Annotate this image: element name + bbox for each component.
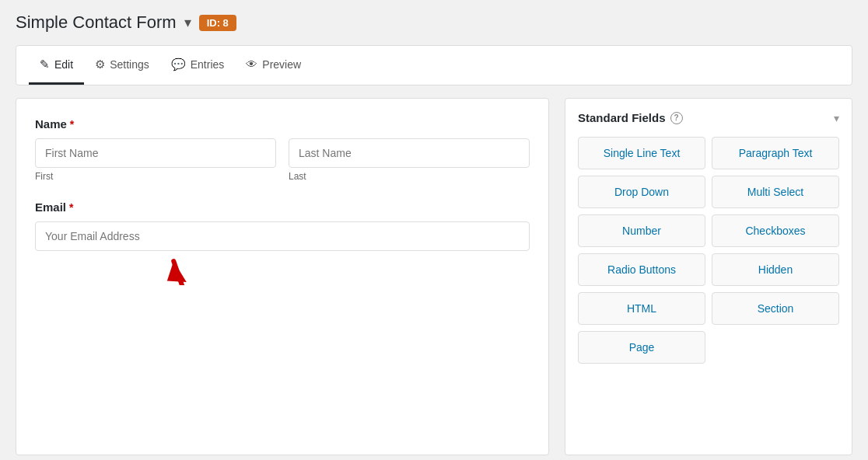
- last-name-wrapper: Last: [289, 138, 530, 182]
- number-button[interactable]: Number: [578, 214, 705, 247]
- page-title: Simple Contact Form: [16, 12, 177, 33]
- last-name-input[interactable]: [289, 138, 530, 168]
- preview-icon: 👁: [246, 57, 257, 71]
- edit-icon: ✎: [40, 57, 50, 71]
- email-field-group: Email *: [35, 200, 530, 251]
- main-area: Name * First Last Email: [16, 98, 852, 455]
- first-name-wrapper: First: [35, 138, 276, 182]
- tab-settings[interactable]: ⚙ Settings: [84, 47, 160, 85]
- hidden-button[interactable]: Hidden: [712, 253, 839, 286]
- form-canvas: Name * First Last Email: [16, 98, 549, 455]
- multi-select-button[interactable]: Multi Select: [712, 176, 839, 208]
- single-line-text-button[interactable]: Single Line Text: [578, 137, 705, 169]
- panel-title: Standard Fields ?: [578, 111, 683, 124]
- fields-grid: Single Line Text Paragraph Text Drop Dow…: [578, 137, 839, 364]
- tab-entries[interactable]: 💬 Entries: [160, 47, 236, 85]
- page-wrapper: Simple Contact Form ▾ ID: 8 ✎ Edit ⚙ Set…: [0, 0, 868, 460]
- name-field-group: Name * First Last: [35, 117, 530, 182]
- tab-preview-label: Preview: [262, 58, 301, 71]
- radio-buttons-button[interactable]: Radio Buttons: [578, 253, 705, 286]
- tab-settings-label: Settings: [110, 58, 149, 71]
- name-inputs-row: First Last: [35, 138, 530, 182]
- email-input[interactable]: [35, 221, 530, 251]
- checkboxes-button[interactable]: Checkboxes: [712, 214, 839, 247]
- tab-preview[interactable]: 👁 Preview: [235, 47, 312, 84]
- tab-bar: ✎ Edit ⚙ Settings 💬 Entries 👁 Preview: [16, 45, 852, 85]
- settings-icon: ⚙: [95, 57, 105, 71]
- section-button[interactable]: Section: [712, 292, 839, 325]
- title-chevron-icon[interactable]: ▾: [184, 14, 191, 31]
- page-button[interactable]: Page: [578, 331, 705, 364]
- html-button[interactable]: HTML: [578, 292, 705, 325]
- first-name-input[interactable]: [35, 138, 276, 168]
- page-header: Simple Contact Form ▾ ID: 8: [16, 12, 852, 33]
- svg-marker-1: [161, 261, 191, 285]
- email-label: Email *: [35, 200, 530, 214]
- first-name-sublabel: First: [35, 171, 276, 182]
- panel-chevron-icon[interactable]: ▾: [834, 112, 839, 124]
- tab-entries-label: Entries: [191, 58, 225, 71]
- email-required-star: *: [69, 201, 73, 214]
- last-name-sublabel: Last: [289, 171, 530, 182]
- fields-panel: Standard Fields ? ▾ Single Line Text Par…: [565, 98, 852, 455]
- name-label: Name *: [35, 117, 530, 131]
- name-required-star: *: [70, 118, 74, 131]
- panel-header: Standard Fields ? ▾: [578, 111, 839, 124]
- tab-edit[interactable]: ✎ Edit: [29, 47, 84, 85]
- paragraph-text-button[interactable]: Paragraph Text: [712, 137, 839, 169]
- id-badge: ID: 8: [199, 15, 236, 31]
- tab-edit-label: Edit: [54, 58, 73, 71]
- help-icon[interactable]: ?: [670, 112, 683, 124]
- entries-icon: 💬: [171, 57, 186, 71]
- svg-line-0: [144, 261, 233, 285]
- drop-down-button[interactable]: Drop Down: [578, 176, 705, 208]
